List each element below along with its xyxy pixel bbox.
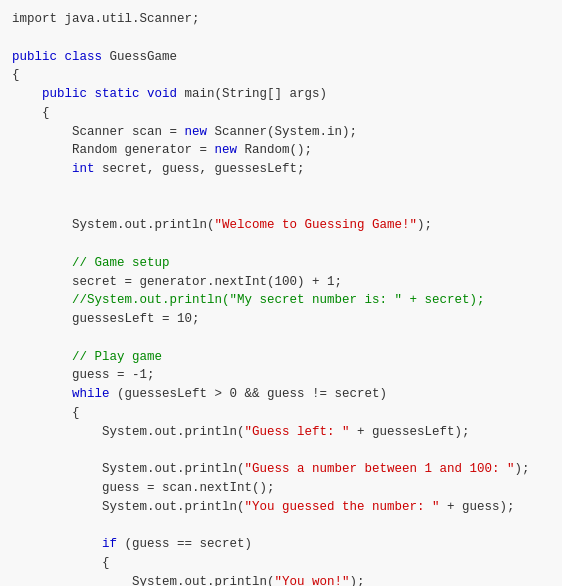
code-line: { bbox=[12, 66, 550, 85]
code-token: + secret); bbox=[402, 293, 485, 307]
code-token: if bbox=[102, 537, 117, 551]
code-token: void bbox=[147, 87, 185, 101]
code-line: public static void main(String[] args) bbox=[12, 85, 550, 104]
code-token: //System.out.println( bbox=[72, 293, 230, 307]
code-token: "You won!" bbox=[275, 575, 350, 587]
code-token: ); bbox=[515, 462, 530, 476]
code-token: System.out.println( bbox=[12, 218, 215, 232]
code-token: // Game setup bbox=[72, 256, 170, 270]
code-token bbox=[12, 87, 42, 101]
code-token: secret, guess, guessesLeft; bbox=[95, 162, 305, 176]
code-line: guess = -1; bbox=[12, 366, 550, 385]
code-line: secret = generator.nextInt(100) + 1; bbox=[12, 273, 550, 292]
code-line bbox=[12, 329, 550, 348]
code-token: // Play game bbox=[72, 350, 162, 364]
code-token: "You guessed the number: " bbox=[245, 500, 440, 514]
code-token: Random(); bbox=[237, 143, 312, 157]
code-line: // Game setup bbox=[12, 254, 550, 273]
code-line bbox=[12, 516, 550, 535]
code-line: public class GuessGame bbox=[12, 48, 550, 67]
code-token: { bbox=[12, 556, 110, 570]
code-line: int secret, guess, guessesLeft; bbox=[12, 160, 550, 179]
code-line: guess = scan.nextInt(); bbox=[12, 479, 550, 498]
code-token: new bbox=[215, 143, 238, 157]
code-token bbox=[12, 293, 72, 307]
code-token: guess = scan.nextInt(); bbox=[12, 481, 275, 495]
code-token: + guess); bbox=[440, 500, 515, 514]
code-line: Random generator = new Random(); bbox=[12, 141, 550, 160]
code-line: if (guess == secret) bbox=[12, 535, 550, 554]
code-token bbox=[12, 537, 102, 551]
code-token: System.out.println( bbox=[12, 575, 275, 587]
code-token: ); bbox=[350, 575, 365, 587]
code-token: "My secret number is: " bbox=[230, 293, 403, 307]
code-token: while bbox=[72, 387, 110, 401]
code-line: System.out.println("You guessed the numb… bbox=[12, 498, 550, 517]
code-line: { bbox=[12, 554, 550, 573]
code-token: int bbox=[72, 162, 95, 176]
code-editor: import java.util.Scanner; public class G… bbox=[0, 0, 562, 586]
code-token bbox=[12, 162, 72, 176]
code-token: public bbox=[12, 50, 65, 64]
code-line: System.out.println("You won!"); bbox=[12, 573, 550, 587]
code-token bbox=[12, 256, 72, 270]
code-line bbox=[12, 441, 550, 460]
code-line: { bbox=[12, 404, 550, 423]
code-line bbox=[12, 29, 550, 48]
code-token: Random generator = bbox=[12, 143, 215, 157]
code-line bbox=[12, 235, 550, 254]
code-line: //System.out.println("My secret number i… bbox=[12, 291, 550, 310]
code-line: System.out.println("Guess a number betwe… bbox=[12, 460, 550, 479]
code-token: ); bbox=[417, 218, 432, 232]
code-line: System.out.println("Welcome to Guessing … bbox=[12, 216, 550, 235]
code-token: guess = -1; bbox=[12, 368, 155, 382]
code-token: System.out.println( bbox=[12, 462, 245, 476]
code-token: GuessGame bbox=[110, 50, 178, 64]
code-token: secret = generator.nextInt(100) + 1; bbox=[12, 275, 342, 289]
code-token: { bbox=[12, 68, 20, 82]
code-token: System.out.println( bbox=[12, 500, 245, 514]
code-token: "Guess left: " bbox=[245, 425, 350, 439]
code-token: "Welcome to Guessing Game!" bbox=[215, 218, 418, 232]
code-token: import java.util.Scanner; bbox=[12, 12, 200, 26]
code-token: public bbox=[42, 87, 95, 101]
code-token: Scanner scan = bbox=[12, 125, 185, 139]
code-line bbox=[12, 179, 550, 198]
code-line: // Play game bbox=[12, 348, 550, 367]
code-token: guessesLeft = 10; bbox=[12, 312, 200, 326]
code-token: main(String[] args) bbox=[185, 87, 328, 101]
code-line: while (guessesLeft > 0 && guess != secre… bbox=[12, 385, 550, 404]
code-token: new bbox=[185, 125, 208, 139]
code-line: System.out.println("Guess left: " + gues… bbox=[12, 423, 550, 442]
code-token: Scanner(System.in); bbox=[207, 125, 357, 139]
code-line bbox=[12, 198, 550, 217]
code-token bbox=[12, 350, 72, 364]
code-token: + guessesLeft); bbox=[350, 425, 470, 439]
code-token: class bbox=[65, 50, 110, 64]
code-line: { bbox=[12, 104, 550, 123]
code-line: guessesLeft = 10; bbox=[12, 310, 550, 329]
code-token: (guessesLeft > 0 && guess != secret) bbox=[110, 387, 388, 401]
code-token: "Guess a number between 1 and 100: " bbox=[245, 462, 515, 476]
code-token: static bbox=[95, 87, 148, 101]
code-token: (guess == secret) bbox=[117, 537, 252, 551]
code-token bbox=[12, 387, 72, 401]
code-token: System.out.println( bbox=[12, 425, 245, 439]
code-token: { bbox=[12, 106, 50, 120]
code-line: Scanner scan = new Scanner(System.in); bbox=[12, 123, 550, 142]
code-token: { bbox=[12, 406, 80, 420]
code-line: import java.util.Scanner; bbox=[12, 10, 550, 29]
